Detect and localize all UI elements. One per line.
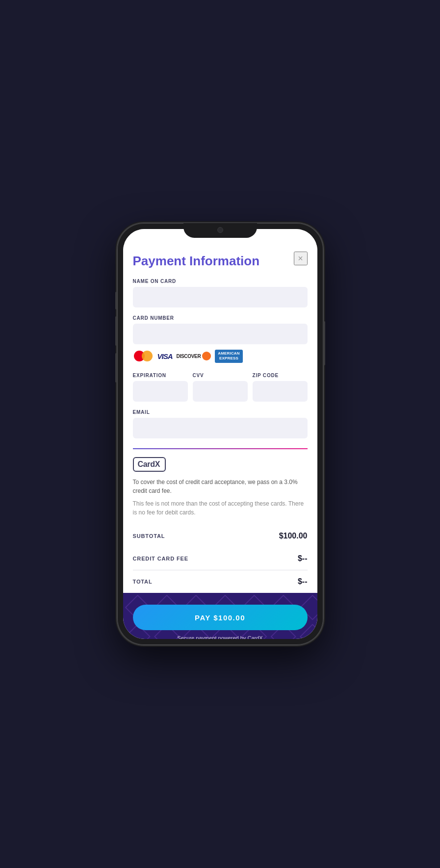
subtotal-row: SUBTOTAL $100.00 [133,525,308,547]
total-section: TOTAL $-- [123,570,317,593]
screen-content[interactable]: × Payment Information NAME ON CARD CARD … [123,229,317,639]
cvv-label: CVV [193,373,248,378]
expiration-field-group: EXPIRATION [133,365,188,402]
volume-up-button [115,316,117,346]
name-on-card-input[interactable] [133,287,308,307]
subtotal-label: SUBTOTAL [133,533,165,539]
zip-code-input[interactable] [253,381,308,402]
discover-icon: DISCOVER [177,352,211,360]
cvv-input[interactable] [193,381,248,402]
email-label: EMAIL [133,409,308,415]
cardx-description-1: To cover the cost of credit card accepta… [133,478,308,495]
credit-card-fee-value: $-- [298,554,308,563]
amex-icon: AMERICANEXPRESS [215,350,242,363]
three-col-fields: EXPIRATION CVV ZIP CODE [133,365,308,402]
email-input[interactable] [133,418,308,438]
visa-icon: VISA [157,352,173,360]
secure-payment-text: Secure payment powered by CardX [133,635,308,639]
expiration-input[interactable] [133,381,188,402]
camera-icon [217,227,223,233]
cardx-logo-text: CardX [138,460,160,469]
card-number-label: CARD NUMBER [133,315,308,321]
phone-screen: × Payment Information NAME ON CARD CARD … [123,229,317,639]
pay-button[interactable]: PAY $100.00 [133,605,308,630]
bottom-area: PAY $100.00 Secure payment powered by Ca… [123,593,317,639]
volume-down-button [115,353,117,383]
card-number-input[interactable] [133,324,308,344]
cvv-field-group: CVV [193,365,248,402]
card-icons-row: VISA DISCOVER AMERICANEXPRESS [133,349,308,363]
power-button [323,321,325,365]
credit-card-fee-label: CREDIT CARD FEE [133,556,188,562]
total-row: TOTAL $-- [133,570,308,593]
zip-code-label: ZIP CODE [253,373,308,378]
expiration-label: EXPIRATION [133,373,188,378]
mastercard-icon [133,349,154,363]
zip-code-field-group: ZIP CODE [253,365,308,402]
close-button[interactable]: × [294,252,308,265]
total-label: TOTAL [133,579,153,585]
name-on-card-label: NAME ON CARD [133,279,308,284]
total-value: $-- [298,577,308,586]
cardx-description-2: This fee is not more than the cost of ac… [133,499,308,517]
form-area: NAME ON CARD CARD NUMBER VISA [123,279,317,438]
cardx-section: CardX To cover the cost of credit card a… [123,449,317,517]
cardx-logo: CardX [133,457,166,472]
summary-section: SUBTOTAL $100.00 CREDIT CARD FEE $-- [123,525,317,570]
credit-card-fee-row: CREDIT CARD FEE $-- [133,547,308,570]
phone-notch [183,223,257,238]
page-title: Payment Information [133,254,308,269]
subtotal-value: $100.00 [279,532,308,540]
volume-mute-button [115,292,117,309]
